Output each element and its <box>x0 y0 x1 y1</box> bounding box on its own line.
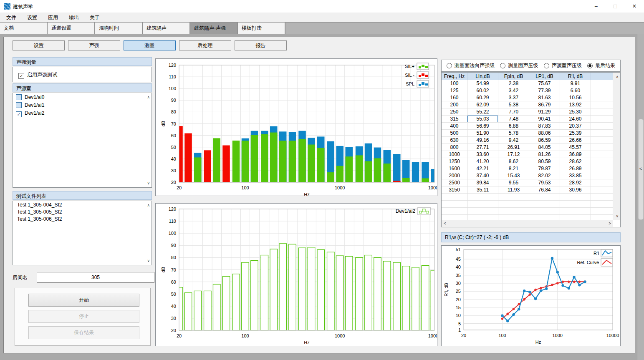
table-cell[interactable]: 1600 <box>442 165 467 172</box>
table-cell[interactable] <box>529 201 560 208</box>
scroll-down-icon[interactable]: ∨ <box>616 214 619 218</box>
radio-normal-intensity-level[interactable]: 测量面法向声强级 <box>447 62 495 69</box>
menu-item-about[interactable]: 关于 <box>84 13 105 22</box>
table-cell[interactable] <box>591 144 613 151</box>
table-cell[interactable]: 1250 <box>442 158 467 165</box>
tab-reverb-time[interactable]: 混响时间 <box>95 23 143 34</box>
table-cell[interactable]: 6.88 <box>498 123 529 130</box>
table-cell[interactable]: 45.57 <box>560 144 591 151</box>
table-cell[interactable] <box>467 201 498 208</box>
table-cell[interactable]: 55.03 <box>467 116 498 123</box>
table-cell[interactable]: 49.16 <box>467 137 498 144</box>
table-vertical-scrollbar[interactable]: ∧ ∨ <box>613 73 620 220</box>
table-cell[interactable]: 26.91 <box>498 144 529 151</box>
table-cell[interactable]: 86.79 <box>529 101 560 108</box>
table-cell[interactable]: 5.78 <box>498 130 529 137</box>
table-cell[interactable]: 13.92 <box>560 101 591 108</box>
table-cell[interactable] <box>591 208 613 215</box>
channel-item[interactable]: Dev1/ai0 <box>13 93 152 101</box>
room-name-input[interactable] <box>37 272 154 283</box>
table-cell[interactable]: 10.56 <box>560 94 591 101</box>
table-cell[interactable]: 75.67 <box>529 80 560 87</box>
tab-building-insulation[interactable]: 建筑隔声 <box>143 23 190 34</box>
checkbox-icon[interactable]: ✓ <box>18 73 24 79</box>
table-cell[interactable]: 17.12 <box>498 151 529 158</box>
table-cell[interactable]: 250 <box>442 108 467 116</box>
table-cell[interactable] <box>591 137 613 144</box>
file-item[interactable]: Test 1_305-005_SI2 <box>13 208 152 215</box>
table-cell[interactable]: 9.55 <box>498 179 529 186</box>
table-cell[interactable]: 100 <box>442 80 467 87</box>
table-cell[interactable]: 88.06 <box>529 130 560 137</box>
table-cell[interactable]: 9.91 <box>560 80 591 87</box>
table-cell[interactable] <box>591 94 613 101</box>
radio-source-room-spl[interactable]: 声源室声压级 <box>544 62 582 69</box>
scroll-up-icon[interactable]: ∧ <box>147 203 150 207</box>
table-cell[interactable]: 3.42 <box>498 87 529 94</box>
table-cell[interactable] <box>560 208 591 215</box>
tab-floor-impact[interactable]: 楼板打击 <box>238 23 285 34</box>
table-cell[interactable]: 26.66 <box>560 137 591 144</box>
table-horizontal-scrollbar[interactable]: < > <box>442 220 613 227</box>
channel-item[interactable]: ✓Dev1/ai2 <box>13 109 152 118</box>
table-cell[interactable]: 25.30 <box>560 108 591 116</box>
table-cell[interactable] <box>529 208 560 215</box>
table-cell[interactable]: 41.20 <box>467 158 498 165</box>
table-cell[interactable]: 80.59 <box>529 158 560 165</box>
table-cell[interactable]: 77.39 <box>529 87 560 94</box>
minimize-icon[interactable]: − <box>586 0 606 13</box>
table-cell[interactable]: 5.38 <box>498 101 529 108</box>
subtab-setup[interactable]: 设置 <box>13 40 65 50</box>
table-cell[interactable]: 39.84 <box>467 179 498 186</box>
table-cell[interactable]: 60.29 <box>467 94 498 101</box>
table-cell[interactable]: 3150 <box>442 186 467 194</box>
table-cell[interactable]: 27.71 <box>467 144 498 151</box>
checkbox-icon[interactable] <box>16 94 22 100</box>
table-cell[interactable] <box>560 201 591 208</box>
table-cell[interactable]: 9.42 <box>498 137 529 144</box>
table-cell[interactable] <box>591 194 613 201</box>
file-item[interactable]: Test 1_305-006_SI2 <box>13 215 152 222</box>
table-cell[interactable]: 25.39 <box>560 130 591 137</box>
table-cell[interactable]: 630 <box>442 137 467 144</box>
table-cell[interactable]: 54.99 <box>467 80 498 87</box>
menu-item-file[interactable]: 文件 <box>1 13 22 22</box>
table-cell[interactable] <box>467 208 498 215</box>
table-cell[interactable]: 90.41 <box>529 116 560 123</box>
table-cell[interactable] <box>498 194 529 201</box>
table-cell[interactable]: 125 <box>442 87 467 94</box>
table-cell[interactable] <box>442 201 467 208</box>
table-cell[interactable] <box>591 172 613 179</box>
table-cell[interactable]: 20.37 <box>560 123 591 130</box>
subtab-sound-intensity[interactable]: 声强 <box>68 40 120 50</box>
table-cell[interactable]: 24.60 <box>560 116 591 123</box>
scroll-down-icon[interactable]: ∨ <box>147 181 150 185</box>
table-cell[interactable]: 2.38 <box>498 80 529 87</box>
table-cell[interactable]: 160 <box>442 94 467 101</box>
table-cell[interactable] <box>498 208 529 215</box>
table-cell[interactable]: 36.89 <box>560 151 591 158</box>
enable-intensity-row[interactable]: ✓启用声强测试 <box>13 67 152 79</box>
table-cell[interactable]: 82.02 <box>529 172 560 179</box>
table-cell[interactable]: 51.90 <box>467 130 498 137</box>
subtab-post-process[interactable]: 后处理 <box>179 40 231 50</box>
table-cell[interactable]: 86.59 <box>529 137 560 144</box>
table-cell[interactable]: 81.26 <box>529 151 560 158</box>
table-cell[interactable] <box>591 151 613 158</box>
table-cell[interactable] <box>591 201 613 208</box>
table-cell[interactable] <box>498 201 529 208</box>
table-cell[interactable]: 11.93 <box>498 186 529 194</box>
table-cell[interactable]: 84.05 <box>529 144 560 151</box>
menu-item-output[interactable]: 输出 <box>63 13 84 22</box>
table-cell[interactable]: 26.89 <box>560 165 591 172</box>
table-cell[interactable] <box>591 165 613 172</box>
table-cell[interactable]: 56.69 <box>467 123 498 130</box>
file-item[interactable]: Test 1_305-004_SI2 <box>13 201 152 208</box>
table-cell[interactable] <box>591 179 613 186</box>
scroll-down-icon[interactable]: ∨ <box>147 259 150 263</box>
table-cell[interactable]: 42.21 <box>467 165 498 172</box>
table-cell[interactable] <box>591 186 613 194</box>
table-cell[interactable]: 91.29 <box>529 108 560 116</box>
table-cell[interactable]: 35.11 <box>467 186 498 194</box>
table-cell[interactable]: 33.60 <box>467 151 498 158</box>
